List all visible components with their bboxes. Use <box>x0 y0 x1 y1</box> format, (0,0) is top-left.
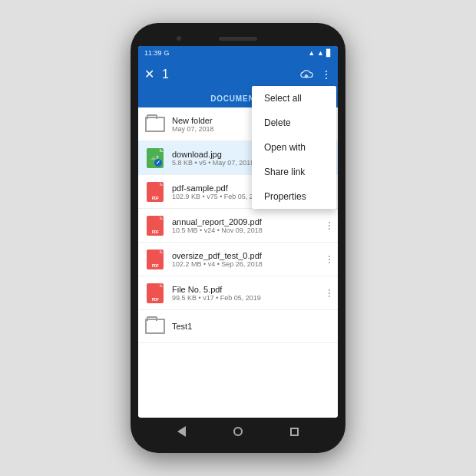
nav-back-button[interactable] <box>177 426 186 437</box>
toolbar: ✕ 1 ⋮ <box>138 60 338 89</box>
context-menu-select-all[interactable]: Select all <box>252 86 336 111</box>
pdf-icon: PDF <box>144 249 166 270</box>
list-item[interactable]: PDF oversize_pdf_test_0.pdf 102.2 MB • v… <box>138 243 338 276</box>
signal-icon: ▲ <box>317 49 324 57</box>
phone-screen: 11:39 G ▲ ▲ ▊ ✕ 1 ⋮ DOCUME <box>138 46 338 418</box>
status-right: ▲ ▲ ▊ <box>308 49 332 57</box>
file-name: Test1 <box>172 322 332 331</box>
file-info: annual_report_2009.pdf 10.5 MB • v24 • N… <box>172 217 327 234</box>
close-button[interactable]: ✕ <box>144 68 154 81</box>
status-left: 11:39 G <box>144 49 170 57</box>
context-menu-share-link[interactable]: Share link <box>252 160 336 184</box>
folder-icon <box>144 316 166 337</box>
more-options-button[interactable] <box>327 256 332 263</box>
file-meta: 102.2 MB • v4 • Sep 26, 2018 <box>172 260 327 268</box>
pdf-icon: PDF <box>144 181 166 203</box>
pdf-icon: PDF <box>144 283 166 304</box>
list-item[interactable]: PDF annual_report_2009.pdf 10.5 MB • v24… <box>138 209 338 243</box>
status-bar: 11:39 G ▲ ▲ ▊ <box>138 46 338 60</box>
file-info: oversize_pdf_test_0.pdf 102.2 MB • v4 • … <box>172 251 327 268</box>
list-item[interactable]: PDF File No. 5.pdf 99.5 KB • v17 • Feb 0… <box>138 276 338 310</box>
status-time: 11:39 <box>144 49 162 57</box>
pdf-icon: PDF <box>144 215 166 236</box>
selection-count: 1 <box>162 68 292 81</box>
file-info: Test1 <box>172 322 332 331</box>
file-info: File No. 5.pdf 99.5 KB • v17 • Feb 05, 2… <box>172 285 327 302</box>
file-meta: 99.5 KB • v17 • Feb 05, 2019 <box>172 294 327 302</box>
more-options-button[interactable] <box>327 222 332 230</box>
file-name: oversize_pdf_test_0.pdf <box>172 251 327 260</box>
context-menu: Select all Delete Open with Share link P… <box>252 86 336 209</box>
file-name: File No. 5.pdf <box>172 285 327 294</box>
phone-bottom-nav <box>138 418 338 445</box>
status-carrier: G <box>164 49 170 57</box>
speaker <box>219 37 257 41</box>
context-menu-open-with[interactable]: Open with <box>252 135 336 160</box>
more-options-button[interactable] <box>327 289 332 297</box>
camera <box>177 36 181 41</box>
image-icon: ✓ <box>144 147 166 169</box>
cloud-icon[interactable] <box>299 68 313 81</box>
nav-recents-button[interactable] <box>290 428 299 436</box>
context-menu-delete[interactable]: Delete <box>252 111 336 135</box>
battery-icon: ▊ <box>326 49 332 57</box>
file-name: annual_report_2009.pdf <box>172 217 327 226</box>
list-item[interactable]: Test1 <box>138 310 338 343</box>
file-meta: 10.5 MB • v24 • Nov 09, 2018 <box>172 226 327 234</box>
folder-icon <box>144 114 166 135</box>
phone-top <box>138 31 338 46</box>
more-button[interactable]: ⋮ <box>321 68 332 81</box>
nav-home-button[interactable] <box>233 427 243 436</box>
svg-point-3 <box>157 155 159 157</box>
phone-frame: 11:39 G ▲ ▲ ▊ ✕ 1 ⋮ DOCUME <box>131 23 345 453</box>
wifi-icon: ▲ <box>308 49 315 57</box>
context-menu-properties[interactable]: Properties <box>252 184 336 209</box>
